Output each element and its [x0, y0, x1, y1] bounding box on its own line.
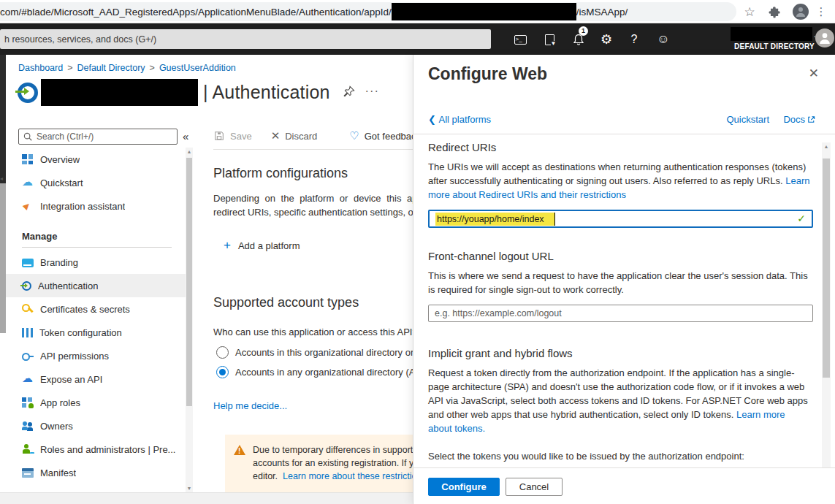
docs-link[interactable]: Docs: [783, 114, 816, 125]
directory-label: DEFAULT DIRECTORY: [698, 42, 815, 50]
brand-icon: [22, 259, 34, 267]
manifest-icon: [22, 468, 34, 478]
sidebar-item-label: API permissions: [40, 351, 109, 362]
sidebar-item-token-configuration[interactable]: Token configuration: [6, 321, 186, 344]
valid-check-icon: ✓: [797, 213, 806, 224]
heart-icon: ♡: [349, 129, 359, 142]
logout-url-input[interactable]: [428, 305, 813, 322]
redirect-uri-input[interactable]: https://youapp/home/index ✓: [428, 210, 813, 228]
sidebar-collapse-button[interactable]: «: [183, 130, 188, 142]
azure-profile-avatar[interactable]: [815, 28, 834, 47]
breadcrumb-app[interactable]: GuestUserAddition: [159, 63, 236, 73]
sidebar-section-manage: Manage: [6, 225, 186, 247]
sidebar-item-label: Quickstart: [40, 177, 83, 188]
left-nav-edge-strip: [0, 55, 6, 183]
sidebar-item-branding[interactable]: Branding: [6, 251, 186, 274]
implicit-grant-heading: Implicit grant and hybrid flows: [428, 347, 811, 359]
global-search-input[interactable]: h resources, services, and docs (G+/): [0, 29, 491, 49]
logout-url-description: This is where we send a request to have …: [428, 269, 811, 297]
left-edge-arrow-icon: ◂: [0, 175, 3, 182]
sidebar-item-api-permissions[interactable]: API permissions: [6, 344, 186, 367]
breadcrumb-directory[interactable]: Default Directory: [77, 63, 145, 73]
panel-scrollbar[interactable]: ▲ ▼: [822, 142, 831, 504]
browser-profile-avatar[interactable]: [793, 4, 809, 20]
panel-title: Configure Web: [428, 64, 547, 84]
platform-desc-line1: Depending on the platform or device this…: [213, 191, 413, 205]
sidebar-item-app-roles[interactable]: App roles: [6, 391, 186, 414]
breadcrumb-dashboard[interactable]: Dashboard: [18, 63, 63, 73]
radio-option-this-directory[interactable]: Accounts in this organizational director…: [216, 346, 413, 359]
sidebar-item-integration-assistant[interactable]: Integration assistant: [6, 194, 186, 218]
add-platform-button[interactable]: + Add a platform: [224, 238, 413, 253]
save-icon: [213, 130, 225, 142]
apiperm-icon: [22, 350, 34, 362]
sidebar-item-owners[interactable]: Owners: [6, 414, 186, 438]
sidebar-search-input[interactable]: Search (Ctrl+/): [18, 129, 178, 145]
command-bar: Save ✕ Discard ♡ Got feedback?: [213, 123, 413, 149]
browser-menu-icon[interactable]: ⋮: [812, 3, 830, 20]
sidebar-scrollbar[interactable]: ▲ ▼: [186, 148, 193, 492]
settings-gear-icon[interactable]: ⚙: [598, 31, 615, 48]
sidebar-item-label: App roles: [40, 397, 80, 408]
directory-filter-icon[interactable]: [541, 31, 558, 48]
authentication-blade-content: Save ✕ Discard ♡ Got feedback? Platform …: [213, 123, 413, 492]
panel-scroll-up-icon[interactable]: ▲: [822, 144, 831, 149]
quickstart-link[interactable]: Quickstart: [726, 114, 769, 125]
auth-icon: [22, 281, 31, 291]
external-link-icon: [807, 115, 816, 124]
help-me-decide-link[interactable]: Help me decide...: [213, 400, 413, 411]
discard-button[interactable]: ✕ Discard: [271, 129, 318, 142]
sidebar-item-label: Overview: [40, 154, 80, 165]
sidebar-item-certificates-secrets[interactable]: Certificates & secrets: [6, 297, 186, 321]
sidebar-item-label: Integration assistant: [40, 201, 125, 212]
configure-button[interactable]: Configure: [428, 478, 500, 496]
panel-scrollbar-thumb[interactable]: [823, 159, 830, 378]
sidebar-item-quickstart[interactable]: Quickstart: [6, 171, 186, 194]
more-options-icon[interactable]: ...: [365, 82, 379, 95]
grid-icon: [22, 153, 34, 165]
logout-url-heading: Front-channel logout URL: [428, 250, 811, 262]
approles-icon: [22, 397, 34, 408]
scroll-up-icon[interactable]: ▲: [186, 149, 193, 154]
close-icon[interactable]: ✕: [809, 66, 819, 81]
address-bar[interactable]: com/#blade/Microsoft_AAD_RegisteredApps/…: [0, 2, 736, 21]
sidebar-item-expose-an-api[interactable]: Expose an API: [6, 367, 186, 391]
feedback-button[interactable]: ♡ Got feedback?: [349, 129, 413, 142]
configure-web-panel: Configure Web ✕ ❮ All platforms Quicksta…: [413, 55, 835, 504]
feedback-smiley-icon[interactable]: ☺: [655, 31, 672, 48]
notifications-bell-icon[interactable]: 1: [570, 31, 587, 48]
radio-unselected-icon[interactable]: [216, 346, 229, 359]
notification-badge: 1: [579, 26, 588, 36]
sidebar-scrollbar-thumb[interactable]: [186, 158, 192, 406]
sidebar-item-manifest[interactable]: Manifest: [6, 461, 186, 484]
pin-icon[interactable]: [342, 85, 356, 99]
sidebar-item-overview[interactable]: Overview: [6, 148, 186, 171]
extensions-puzzle-icon[interactable]: [766, 3, 783, 20]
sidebar-search-placeholder: Search (Ctrl+/): [37, 131, 94, 142]
sidebar-item-label: Branding: [40, 257, 78, 268]
app-authentication-icon: [18, 83, 38, 103]
sidebar-item-label: Owners: [40, 421, 73, 432]
help-icon[interactable]: ?: [625, 31, 643, 48]
rocket-icon: [22, 200, 34, 212]
bookmark-star-icon[interactable]: ☆: [741, 3, 758, 20]
radio-option-any-directory[interactable]: Accounts in any organizational directory…: [216, 366, 413, 378]
platform-configurations-heading: Platform configurations: [213, 166, 413, 181]
browser-chrome: com/#blade/Microsoft_AAD_RegisteredApps/…: [0, 0, 835, 23]
azure-top-bar: h resources, services, and docs (G+/) >_…: [0, 23, 835, 55]
save-button[interactable]: Save: [213, 130, 252, 142]
url-redaction: [392, 3, 576, 20]
cancel-button[interactable]: Cancel: [506, 478, 563, 496]
left-scrollbar-strip: [0, 183, 6, 333]
sidebar-item-authentication[interactable]: Authentication: [6, 274, 186, 297]
restrictions-learn-more-link[interactable]: Learn more about these restrictions.: [283, 471, 413, 481]
all-platforms-back-link[interactable]: ❮ All platforms: [428, 114, 491, 125]
radio-selected-icon[interactable]: [216, 366, 229, 378]
sidebar-item-label: Authentication: [38, 280, 98, 291]
scroll-down-icon[interactable]: ▼: [186, 486, 193, 491]
implicit-grant-description: Request a token directly from the author…: [428, 366, 811, 435]
cloud-shell-icon[interactable]: >_: [511, 31, 529, 48]
sidebar-item-roles-and-administrators-pre[interactable]: Roles and administrators | Pre...: [6, 438, 186, 461]
roles-icon: [22, 443, 34, 455]
sidebar-divider: [22, 247, 172, 248]
